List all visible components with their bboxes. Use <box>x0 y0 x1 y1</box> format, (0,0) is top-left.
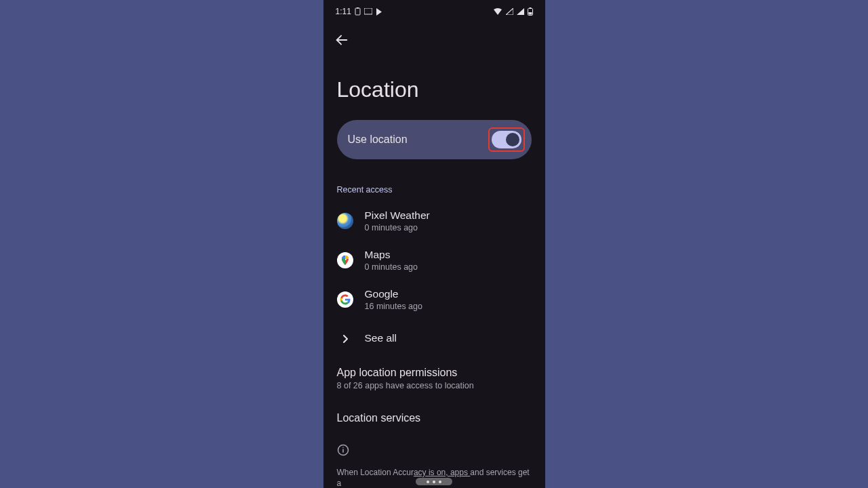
info-icon <box>337 444 349 456</box>
phone-frame: 1:11 Location Use location Recent access… <box>323 0 545 488</box>
setting-title: Location services <box>337 401 532 430</box>
pixel-weather-icon <box>337 213 353 229</box>
app-time: 0 minutes ago <box>365 223 430 232</box>
battery-small-icon <box>355 7 361 16</box>
cast-icon <box>364 8 372 15</box>
toggle-thumb <box>506 133 519 146</box>
status-bar: 1:11 <box>323 0 545 23</box>
chevron-right-icon <box>337 334 353 344</box>
app-time: 16 minutes ago <box>365 302 422 311</box>
app-location-permissions-row[interactable]: App location permissions 8 of 26 apps ha… <box>323 359 545 393</box>
app-name: Pixel Weather <box>365 209 430 222</box>
use-location-row[interactable]: Use location <box>337 120 532 159</box>
setting-title: App location permissions <box>337 367 532 379</box>
svg-rect-5 <box>528 12 532 15</box>
recent-app-google[interactable]: Google 16 minutes ago <box>323 280 545 319</box>
app-bar <box>323 23 545 57</box>
recent-access-header: Recent access <box>323 159 545 201</box>
see-all-row[interactable]: See all <box>323 319 545 359</box>
use-location-toggle[interactable] <box>492 131 521 148</box>
battery-icon <box>528 7 533 16</box>
svg-rect-1 <box>357 7 359 9</box>
setting-subtitle: 8 of 26 apps have access to location <box>337 381 532 390</box>
status-time: 1:11 <box>336 7 351 16</box>
svg-point-10 <box>342 447 344 449</box>
back-arrow-icon[interactable] <box>334 33 349 47</box>
nav-pill[interactable] <box>416 478 452 485</box>
google-icon <box>337 291 353 308</box>
svg-rect-2 <box>364 8 372 14</box>
app-name: Google <box>365 288 422 300</box>
use-location-label: Use location <box>348 134 408 146</box>
svg-rect-4 <box>529 7 531 9</box>
signal-icon-2 <box>517 8 524 15</box>
page-title: Location <box>323 57 545 120</box>
info-icon-row <box>323 434 545 462</box>
recent-app-maps[interactable]: Maps 0 minutes ago <box>323 241 545 280</box>
svg-rect-0 <box>355 8 360 15</box>
recent-app-pixel-weather[interactable]: Pixel Weather 0 minutes ago <box>323 201 545 241</box>
tutorial-highlight <box>488 127 525 152</box>
see-all-label: See all <box>365 332 397 344</box>
maps-icon <box>337 252 353 268</box>
app-time: 0 minutes ago <box>365 262 418 272</box>
signal-icon-1 <box>506 8 513 15</box>
play-icon <box>376 8 382 16</box>
location-services-row[interactable]: Location services <box>323 393 545 434</box>
app-name: Maps <box>365 249 418 261</box>
wifi-icon <box>493 8 502 16</box>
